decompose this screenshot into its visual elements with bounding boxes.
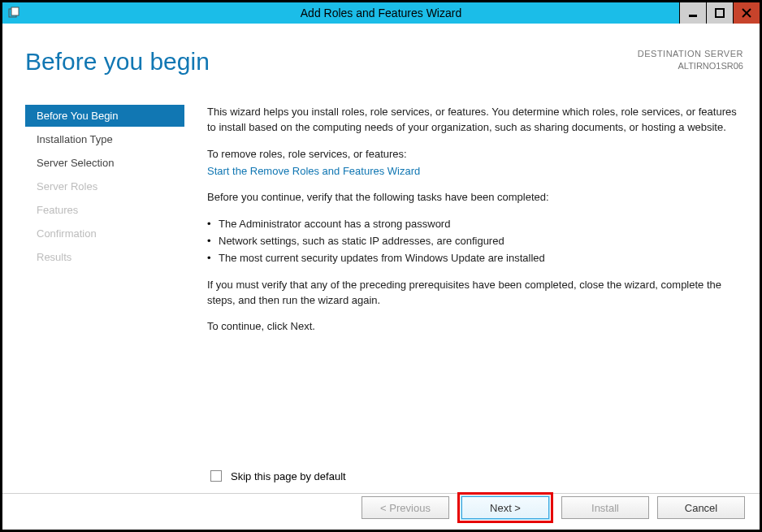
skip-page-checkbox-row[interactable]: Skip this page by default [207, 468, 346, 484]
svg-rect-2 [689, 15, 697, 17]
minimize-button[interactable] [679, 2, 706, 24]
before-continue-text: Before you continue, verify that the fol… [207, 190, 743, 205]
svg-rect-3 [716, 9, 724, 17]
app-icon [7, 6, 20, 19]
svg-rect-1 [11, 7, 19, 15]
step-features: Features [25, 199, 184, 221]
title-bar: Add Roles and Features Wizard [2, 2, 760, 24]
cancel-button[interactable]: Cancel [657, 496, 745, 519]
maximize-button[interactable] [706, 2, 733, 24]
content-area: This wizard helps you install roles, rol… [207, 105, 743, 456]
continue-note-text: To continue, click Next. [207, 319, 743, 335]
wizard-window: Add Roles and Features Wizard Before you… [0, 0, 762, 532]
wizard-steps: Before You Begin Installation Type Serve… [25, 105, 184, 270]
install-button: Install [561, 496, 649, 519]
destination-label: DESTINATION SERVER [638, 48, 743, 60]
page-title: Before you begin [25, 48, 210, 76]
previous-button: < Previous [362, 496, 449, 519]
intro-text: This wizard helps you install roles, rol… [207, 105, 743, 136]
next-button[interactable]: Next > [461, 496, 549, 519]
destination-server: DESTINATION SERVER ALTIRNO1SR06 [638, 48, 743, 73]
step-installation-type[interactable]: Installation Type [25, 128, 184, 150]
skip-page-label: Skip this page by default [231, 470, 346, 482]
step-results: Results [25, 246, 184, 268]
step-server-selection[interactable]: Server Selection [25, 152, 184, 174]
svg-line-5 [743, 9, 751, 17]
verify-note-text: If you must verify that any of the prece… [207, 278, 743, 309]
remove-roles-link[interactable]: Start the Remove Roles and Features Wiza… [207, 164, 420, 179]
next-button-highlight: Next > [457, 492, 553, 523]
step-confirmation: Confirmation [25, 223, 184, 244]
window-title: Add Roles and Features Wizard [301, 6, 461, 19]
close-button[interactable] [733, 2, 760, 24]
svg-line-4 [743, 9, 751, 17]
prereq-item: The Administrator account has a strong p… [207, 217, 743, 232]
destination-value: ALTIRNO1SR06 [638, 60, 743, 72]
prereq-item: The most current security updates from W… [207, 251, 743, 266]
wizard-button-bar: < Previous Next > Install Cancel [362, 492, 745, 523]
prerequisite-list: The Administrator account has a strong p… [207, 217, 743, 266]
remove-intro-text: To remove roles, role services, or featu… [207, 147, 743, 162]
step-before-you-begin[interactable]: Before You Begin [25, 105, 184, 127]
step-server-roles: Server Roles [25, 175, 184, 197]
skip-page-checkbox[interactable] [210, 470, 222, 482]
prereq-item: Network settings, such as static IP addr… [207, 234, 743, 249]
